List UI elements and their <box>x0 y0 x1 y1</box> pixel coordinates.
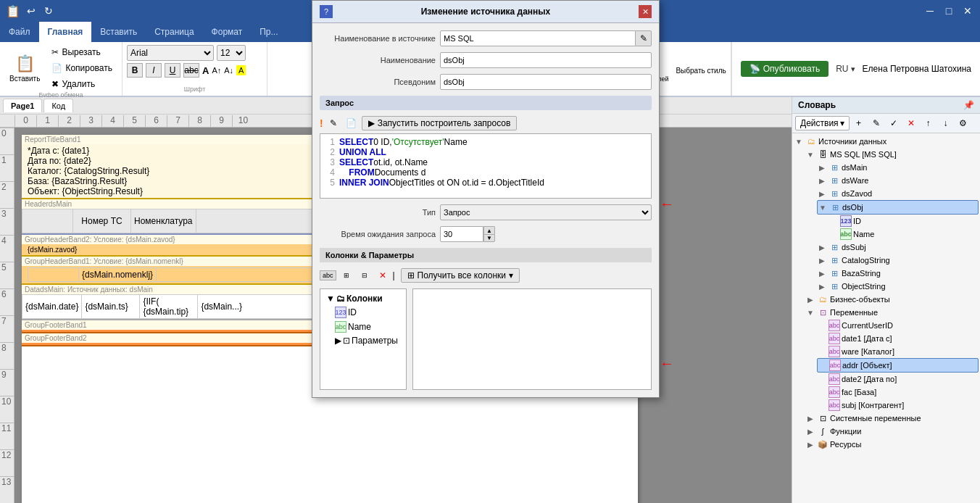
undo-btn[interactable]: ↩ <box>25 4 38 17</box>
italic-button[interactable]: I <box>146 63 162 78</box>
cut-button[interactable]: ✂ Вырезать <box>46 45 117 59</box>
dsobj-label: dsObj <box>842 203 863 212</box>
name-input[interactable] <box>440 52 652 68</box>
col-delete-btn[interactable]: ✕ <box>375 268 391 283</box>
tree-datasources[interactable]: ▼ 🗂 Источники данных <box>794 135 979 148</box>
get-all-columns-btn[interactable]: ⊞ Получить все колонки ▾ <box>401 268 520 283</box>
tab-page1[interactable]: Page1 <box>3 99 42 112</box>
sidebar-settings-btn[interactable]: ⚙ <box>955 116 971 130</box>
redo-btn[interactable]: ↻ <box>42 4 55 17</box>
var-fac-icon: abc <box>829 386 840 398</box>
dssubj-label: dsSubj <box>842 243 866 251</box>
font-size-select[interactable]: 12 <box>217 45 246 61</box>
sidebar-up-btn[interactable]: ↑ <box>921 116 937 130</box>
tree-resources[interactable]: ▶ 📦 Ресурсы <box>805 438 979 451</box>
tree-dsobj[interactable]: ▼ ⊞ dsObj <box>817 200 979 215</box>
sidebar: Словарь 📌 Действия ▾ + ✎ ✓ ✕ ↑ ↓ ⚙ ▼ <box>792 97 980 503</box>
sidebar-add-btn[interactable]: + <box>851 116 867 130</box>
tree-var-currentuserid[interactable]: abc CurrentUserID <box>817 319 979 332</box>
get-columns-label: Получить все колонки <box>418 270 507 280</box>
publish-button[interactable]: 📡 Опубликовать <box>741 61 829 77</box>
col-id-node[interactable]: 123 ID <box>323 305 403 320</box>
actions-dropdown[interactable]: Действия ▾ <box>795 116 850 130</box>
font-size-down[interactable]: A↓ <box>224 66 233 75</box>
tree-var-subj[interactable]: abc subj [Контрагент] <box>817 399 979 412</box>
sidebar-pin-icon[interactable]: 📌 <box>963 100 974 110</box>
query-builder-btn[interactable]: ▶ Запустить построитель запросов <box>362 116 518 130</box>
datasource-dialog[interactable]: ? Изменение источника данных ✕ Наименова… <box>312 0 660 398</box>
tab-page[interactable]: Страница <box>146 22 202 42</box>
tree-var-date1[interactable]: abc date1 [Дата с] <box>817 332 979 345</box>
spinner-up[interactable]: ▲ <box>483 226 495 234</box>
tab-home[interactable]: Главная <box>39 22 92 42</box>
tree-catalogstring[interactable]: ▶ ⊞ CatalogString <box>817 254 979 267</box>
tree-var-addr[interactable]: abc addr [Объект] <box>817 358 979 373</box>
tree-sysvars[interactable]: ▶ ⊡ Системные переменные <box>805 412 979 425</box>
minimize-btn[interactable]: ─ <box>923 4 937 17</box>
tree-bazastring[interactable]: ▶ ⊞ BazaString <box>817 267 979 280</box>
close-btn[interactable]: ✕ <box>961 4 974 17</box>
tree-dsobj-id[interactable]: 123 ID <box>829 215 979 228</box>
spinner-down[interactable]: ▼ <box>483 234 495 242</box>
highlight-btn[interactable]: A <box>236 65 246 75</box>
col-name-icon: abc <box>335 321 346 333</box>
tree-businessobjects[interactable]: ▶ 🗂 Бизнес-объекты <box>805 293 979 306</box>
tab-file[interactable]: Файл <box>0 22 39 42</box>
sidebar-delete-btn[interactable]: ✕ <box>903 116 919 130</box>
tree-functions[interactable]: ▶ ∫ Функции <box>805 425 979 438</box>
delete-button[interactable]: ✖ Удалить <box>46 77 117 91</box>
columns-area: ▼ 🗂 Колонки 123 ID abc Name ▶ ⊡ <box>320 288 652 390</box>
lang-selector[interactable]: RU ▾ <box>836 64 855 74</box>
columns-section-header: Колонки & Параметры <box>320 248 652 262</box>
underline-button[interactable]: U <box>165 63 180 78</box>
edit-query-btn[interactable]: ✎ <box>325 116 341 130</box>
tab-code[interactable]: Код <box>43 99 73 112</box>
alias-input[interactable] <box>440 74 652 90</box>
source-name-input[interactable] <box>440 30 636 46</box>
tree-variables[interactable]: ▼ ⊡ Переменные <box>805 306 979 319</box>
tree-var-fac[interactable]: abc fac [База] <box>817 386 979 399</box>
tab-format[interactable]: Формат <box>203 22 252 42</box>
tree-objectstring[interactable]: ▶ ⊞ ObjectString <box>817 280 979 293</box>
resources-icon: 📦 <box>817 438 829 450</box>
type-select[interactable]: Запрос <box>440 204 652 220</box>
tree-var-date2[interactable]: abc date2 [Дата по] <box>817 373 979 386</box>
wait-input[interactable] <box>440 226 483 242</box>
tree-dssubj[interactable]: ▶ ⊞ dsSubj <box>817 241 979 254</box>
font-name-select[interactable]: Arial <box>127 45 214 61</box>
source-name-btn[interactable]: ✎ <box>636 30 652 46</box>
tree-mssql[interactable]: ▼ 🗄 MS SQL [MS SQL] <box>805 148 979 161</box>
params-node[interactable]: ▶ ⊡ Параметры <box>323 334 403 347</box>
tree-var-ware[interactable]: abc ware [Каталог] <box>817 345 979 358</box>
tree-dsobj-name[interactable]: abc Name <box>829 228 979 241</box>
col-icon2[interactable]: ⊞ <box>339 268 354 283</box>
col-icon3[interactable]: ⊟ <box>357 268 373 283</box>
tree-dsware[interactable]: ▶ ⊞ dsWare <box>817 174 979 187</box>
params-icon: ⊡ <box>343 336 350 346</box>
resources-label: Ресурсы <box>830 440 861 449</box>
query-toolbar: ! ✎ 📄 ▶ Запустить построитель запросов <box>320 113 652 133</box>
strikethrough-button[interactable]: abc <box>183 63 199 78</box>
tree-dszavod[interactable]: ▶ ⊞ dsZavod <box>817 187 979 200</box>
query-section-header: Запрос <box>320 96 652 110</box>
copy-button[interactable]: 📄 Копировать <box>46 61 117 75</box>
sql-editor[interactable]: 1 SELECT 0 ID, 'Отсутствует' Name 2 UNIO… <box>320 133 652 199</box>
dssubj-icon: ⊞ <box>829 241 840 253</box>
bold-button[interactable]: B <box>127 63 143 78</box>
sidebar-down-btn[interactable]: ↓ <box>938 116 954 130</box>
columns-root[interactable]: ▼ 🗂 Колонки <box>323 292 403 305</box>
tab-insert[interactable]: Вставить <box>91 22 146 42</box>
tree-dsmain[interactable]: ▶ ⊞ dsMain <box>817 161 979 174</box>
sidebar-check-btn[interactable]: ✓ <box>886 116 902 130</box>
maximize-btn[interactable]: □ <box>942 4 955 17</box>
dialog-help-btn[interactable]: ? <box>320 5 333 18</box>
sidebar-edit-btn[interactable]: ✎ <box>868 116 884 130</box>
wait-input-group: ▲ ▼ <box>440 226 495 242</box>
paste-button[interactable]: 📋 Вставить <box>4 51 45 86</box>
dialog-close-btn[interactable]: ✕ <box>639 5 652 18</box>
tab-more[interactable]: Пр... <box>251 22 286 42</box>
query-icon2[interactable]: 📄 <box>344 116 360 130</box>
source-name-label: Наименование в источнике <box>320 34 436 43</box>
col-name-node[interactable]: abc Name <box>323 320 403 334</box>
font-size-up[interactable]: A↑ <box>212 66 221 75</box>
